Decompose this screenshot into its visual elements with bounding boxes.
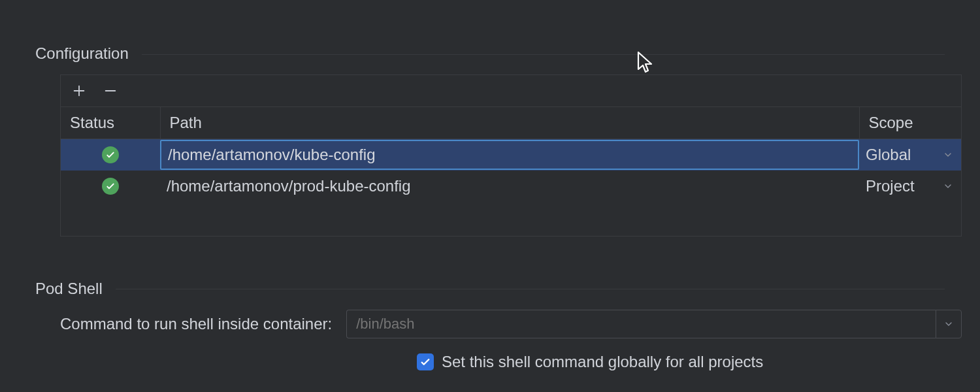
path-cell[interactable]: /home/artamonov/prod-kube-config	[160, 171, 859, 202]
chevron-down-icon	[943, 146, 953, 164]
configuration-title: Configuration	[35, 39, 945, 68]
path-cell[interactable]: /home/artamonov/kube-config	[160, 139, 859, 171]
configuration-table: Status Path Scope /home/artamonov/kube-c…	[61, 107, 961, 236]
column-header-path[interactable]: Path	[160, 107, 859, 139]
section-divider	[116, 289, 945, 289]
remove-icon[interactable]	[101, 82, 120, 100]
configuration-title-text: Configuration	[35, 44, 129, 63]
configuration-table-header: Status Path Scope	[61, 107, 961, 139]
scope-cell[interactable]: Project	[859, 171, 961, 202]
chevron-down-icon	[943, 177, 953, 195]
path-value[interactable]: /home/artamonov/kube-config	[160, 140, 859, 170]
pod-shell-body: Command to run shell inside container:	[0, 310, 980, 338]
table-row[interactable]: /home/artamonov/prod-kube-config Project	[61, 171, 961, 202]
status-ok-icon	[102, 146, 119, 163]
column-header-scope[interactable]: Scope	[859, 107, 961, 139]
command-label: Command to run shell inside container:	[60, 315, 332, 333]
command-input-group	[346, 310, 962, 338]
configuration-panel: Status Path Scope /home/artamonov/kube-c…	[60, 74, 962, 237]
status-cell	[61, 171, 160, 202]
pod-shell-title: Pod Shell	[35, 274, 945, 303]
scope-value: Global	[866, 146, 911, 163]
configuration-section: Configuration	[0, 39, 980, 68]
pod-shell-section: Pod Shell	[0, 274, 980, 303]
scope-value: Project	[866, 177, 915, 195]
table-row[interactable]: /home/artamonov/kube-config Global	[61, 139, 961, 171]
command-history-dropdown[interactable]	[936, 310, 962, 338]
section-divider	[142, 54, 945, 55]
add-icon[interactable]	[70, 82, 88, 100]
global-shell-checkbox-label: Set this shell command globally for all …	[442, 353, 763, 371]
global-shell-checkbox-row: Set this shell command globally for all …	[0, 353, 980, 371]
table-empty-row	[61, 202, 961, 236]
scope-cell[interactable]: Global	[859, 139, 961, 171]
status-ok-icon	[102, 178, 119, 195]
command-input[interactable]	[346, 310, 936, 338]
column-header-status[interactable]: Status	[61, 107, 160, 139]
configuration-toolbar	[61, 75, 961, 107]
global-shell-checkbox[interactable]	[417, 353, 434, 370]
path-value: /home/artamonov/prod-kube-config	[167, 177, 411, 195]
status-cell	[61, 139, 160, 171]
pod-shell-title-text: Pod Shell	[35, 280, 103, 298]
